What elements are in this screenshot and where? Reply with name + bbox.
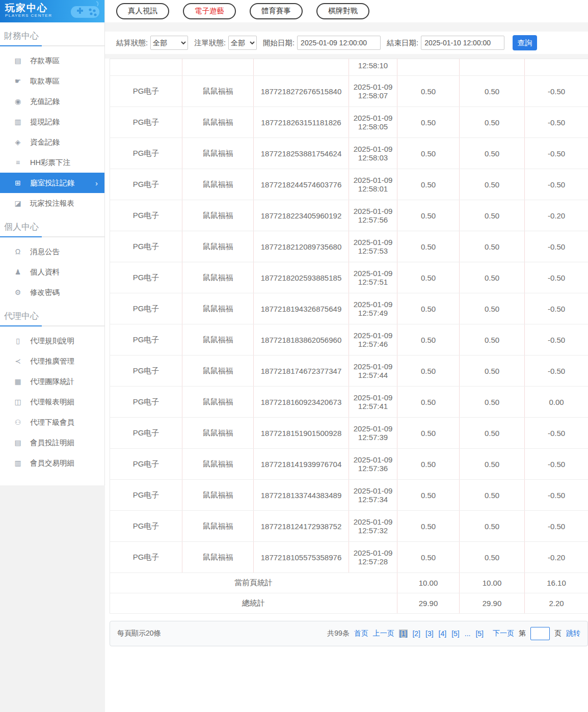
lottery-bet-icon: ≡ (13, 158, 22, 167)
sidebar-item-label: 代理下級會員 (30, 418, 74, 427)
cell-provider: PG电子 (110, 511, 182, 542)
cell-valid: 0.50 (460, 107, 525, 138)
sidebar-item-agent-team-stats[interactable]: ▦代理團隊統計 (0, 371, 104, 392)
cell-bet (397, 59, 460, 76)
prev-page-link[interactable]: 上一页 (373, 629, 394, 638)
cell-game: 鼠鼠福福 (182, 107, 254, 138)
page-ellipsis[interactable]: ... (464, 629, 471, 638)
page-number-link[interactable]: [5] (475, 629, 484, 638)
cell-date-text: 2025-01-09 (354, 145, 393, 153)
cell-time-text: 12:57:56 (358, 215, 388, 224)
cell-winloss: -0.50 (525, 511, 588, 542)
cell-text: PG电子 (133, 428, 159, 437)
cell-text: 鼠鼠福福 (203, 522, 233, 530)
next-page-link[interactable]: 下一页 (493, 629, 514, 638)
cell-text: 0.50 (421, 242, 436, 251)
sidebar-item-agent-report-detail[interactable]: ◫代理報表明細 (0, 392, 104, 412)
cell-order: 1877218263151181826 (254, 107, 349, 138)
cell-game: 鼠鼠福福 (182, 418, 254, 449)
sidebar-item-label: 取款專區 (30, 76, 60, 86)
sidebar-item-message-bell[interactable]: Ω消息公告 (0, 241, 104, 262)
cell-text: 0.50 (421, 87, 436, 96)
cell-winloss: -0.50 (525, 231, 588, 262)
first-page-link[interactable]: 首页 (354, 629, 368, 638)
cell-text: -0.50 (548, 242, 565, 251)
cell-text: 0.50 (485, 460, 499, 469)
order-status-select[interactable]: 全部 (228, 36, 257, 50)
cell-order: 1877218160923420673 (254, 387, 349, 418)
sidebar-item-label: 會員投註明細 (30, 438, 74, 448)
sidebar-item-agent-rules-doc[interactable]: ▯代理規則說明 (0, 331, 104, 351)
sidebar-item-member-bet-detail[interactable]: ▤會員投註明細 (0, 432, 104, 453)
start-date-input[interactable] (297, 36, 381, 50)
sidebar-item-room-bet-record[interactable]: ⊞廳室投註記錄› (0, 173, 104, 193)
sidebar-section-title: 代理中心 (0, 303, 104, 325)
search-button[interactable]: 查詢 (513, 35, 537, 50)
page-number-link[interactable]: [1] (399, 629, 408, 638)
jump-suffix-label: 页 (554, 629, 562, 638)
change-password-gear-icon: ⚙ (13, 288, 22, 296)
jump-page-input[interactable] (530, 627, 550, 640)
game-category-tab[interactable]: 體育賽事 (250, 3, 303, 19)
cell-text: PG电子 (133, 87, 159, 95)
total-count: 共99条 (327, 629, 350, 638)
cell-text: -0.50 (548, 367, 565, 375)
bet-records-table: 12:58:10PG电子鼠鼠福福18772182726765158402025-… (110, 59, 588, 614)
page-number-link[interactable]: [3] (425, 629, 434, 638)
settle-status-select[interactable]: 全部 (150, 36, 188, 50)
withdraw-hand-icon: ☛ (13, 77, 22, 85)
sidebar-item-recharge-record[interactable]: ◉充值記錄 (0, 91, 104, 112)
sidebar-item-funds-record[interactable]: ◈資金記錄 (0, 132, 104, 152)
game-category-tab[interactable]: 電子遊藝 (183, 3, 236, 19)
game-category-tab[interactable]: 真人視訊 (116, 3, 169, 19)
sidebar-item-profile-person[interactable]: ♟個人資料 (0, 262, 104, 282)
cell-valid: 0.50 (460, 169, 525, 200)
main-content: 真人視訊電子遊藝體育賽事棋牌對戰 結算狀態: 全部 注單狀態: 全部 開始日期:… (105, 0, 588, 646)
page-number-link[interactable]: [2] (412, 629, 421, 638)
cell-date-text: 2025-01-09 (354, 83, 393, 91)
cell-order: 1877218174672377347 (254, 355, 349, 387)
cell-valid: 0.50 (460, 355, 525, 387)
table-row: PG电子鼠鼠福福18772182726765158402025-01-09 12… (110, 76, 588, 107)
cell-text: 鼠鼠福福 (203, 553, 233, 561)
cell-game: 鼠鼠福福 (182, 262, 254, 293)
member-bet-detail-icon: ▤ (13, 439, 22, 447)
cell-text: -0.20 (548, 211, 565, 220)
cell-date-text: 2025-01-09 (354, 486, 393, 495)
cell-text: PG电子 (133, 397, 159, 406)
cell-winloss: -0.50 (525, 355, 588, 387)
cell-text: 1877218263151181826 (261, 118, 341, 127)
sidebar-item-member-transaction-detail[interactable]: ▥會員交易明細 (0, 453, 104, 473)
end-date-input[interactable] (421, 36, 504, 50)
sidebar-item-change-password-gear[interactable]: ⚙修改密碼 (0, 282, 104, 303)
cell-bet: 0.50 (397, 418, 460, 449)
sidebar-item-withdrawal-record[interactable]: ▥提現記錄 (0, 112, 104, 132)
cell-provider: PG电子 (110, 480, 182, 511)
cell-bet: 0.50 (397, 169, 460, 200)
sidebar-item-lottery-bet[interactable]: ≡HH彩票下注 (0, 152, 104, 173)
order-status-label: 注單狀態: (194, 38, 226, 48)
sidebar-item-deposit-card[interactable]: ▤存款專區 (0, 50, 104, 71)
cell-text: 鼠鼠福福 (203, 428, 233, 437)
cell-time-text: 12:57:36 (358, 464, 388, 473)
table-row: PG电子鼠鼠福福18772182025938851852025-01-09 12… (110, 262, 588, 293)
section-divider (0, 236, 104, 237)
cell-text: 0.50 (485, 305, 499, 313)
cell-text: 鼠鼠福福 (203, 118, 233, 126)
jump-button[interactable]: 跳转 (566, 629, 580, 638)
cell-text: 鼠鼠福福 (203, 180, 233, 188)
game-category-tab[interactable]: 棋牌對戰 (316, 3, 369, 19)
page-number-link[interactable]: [4] (438, 629, 447, 638)
cell-order: 1877218272676515840 (254, 76, 349, 107)
player-report-icon: ◪ (13, 199, 22, 207)
sidebar-section-title: 個人中心 (0, 213, 104, 236)
cell-text: -0.50 (548, 305, 565, 313)
cell-game: 鼠鼠福福 (182, 355, 254, 387)
cell-text: 0.50 (485, 367, 499, 375)
cell-text: 0.50 (485, 211, 499, 220)
sidebar-item-player-report[interactable]: ◪玩家投注報表 (0, 193, 104, 213)
page-number-link[interactable]: [5] (451, 629, 460, 638)
sidebar-item-withdraw-hand[interactable]: ☛取款專區 (0, 71, 104, 91)
sidebar-item-agent-promotion-share[interactable]: ≺代理推廣管理 (0, 351, 104, 371)
sidebar-item-agent-sub-members[interactable]: ⚇代理下級會員 (0, 412, 104, 432)
